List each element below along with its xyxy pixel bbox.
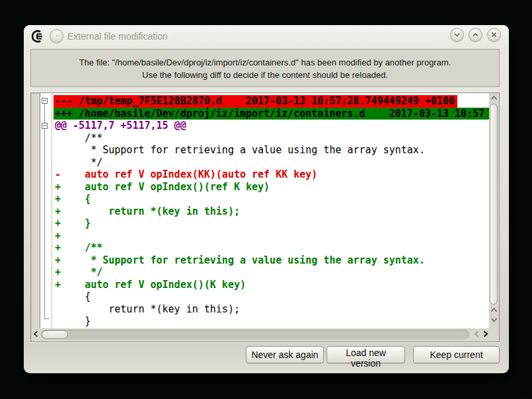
minimize-button[interactable] bbox=[450, 28, 464, 42]
fold-marker-collapse[interactable] bbox=[42, 98, 48, 104]
fold-line bbox=[44, 104, 45, 318]
maximize-button[interactable] bbox=[469, 28, 482, 42]
diff-lines: --- /tmp/temp_7F5E128B2870.d 2017-03-13 … bbox=[54, 95, 489, 328]
diff-line: return *(key in this); bbox=[54, 303, 489, 316]
horizontal-scrollbar-thumb[interactable] bbox=[42, 330, 68, 339]
fold-marker-collapse[interactable] bbox=[42, 123, 48, 129]
close-button[interactable] bbox=[487, 28, 501, 42]
message-line2: Use the following diff to decide if the … bbox=[31, 69, 499, 81]
window-controls bbox=[450, 28, 501, 42]
keep-current-button[interactable]: Keep current bbox=[413, 346, 500, 363]
titlebar-pin-button[interactable] bbox=[50, 29, 63, 43]
diff-line: +++ /home/basile/Dev/dproj/iz/import/iz/… bbox=[54, 108, 489, 120]
diff-editor[interactable]: --- /tmp/temp_7F5E128B2870.d 2017-03-13 … bbox=[40, 93, 489, 328]
diff-line: + */ bbox=[54, 266, 489, 279]
diff-line: } bbox=[54, 315, 489, 328]
chevron-left-icon bbox=[474, 330, 480, 338]
chevron-down-icon bbox=[490, 317, 498, 323]
diff-panel: --- /tmp/temp_7F5E128B2870.d 2017-03-13 … bbox=[30, 92, 500, 342]
diff-line: + * Support for retrieving a value using… bbox=[54, 254, 489, 267]
fold-gutter bbox=[40, 93, 52, 328]
diff-line: + bbox=[54, 230, 489, 242]
vertical-scrollbar[interactable] bbox=[489, 93, 499, 328]
never-ask-again-button[interactable]: Never ask again bbox=[246, 346, 324, 363]
screen: External file modification bbox=[0, 0, 532, 399]
chevron-right-icon bbox=[482, 330, 488, 338]
diff-line: + { bbox=[54, 193, 489, 205]
app-icon bbox=[32, 30, 45, 43]
chevron-up-icon bbox=[472, 31, 479, 38]
close-icon bbox=[490, 31, 498, 38]
window-title: External file modification bbox=[67, 25, 168, 48]
diff-line: + return *(key in this); bbox=[54, 205, 489, 218]
scroll-up-button-secondary[interactable] bbox=[490, 306, 498, 314]
diff-line: + auto ref V opIndex()(ref K key) bbox=[54, 181, 489, 194]
diff-line: --- /tmp/temp_7F5E128B2870.d 2017-03-13 … bbox=[54, 95, 489, 108]
diff-line: - auto ref V opIndex(KK)(auto ref KK key… bbox=[54, 168, 489, 181]
chevron-up-icon bbox=[490, 95, 498, 101]
load-new-version-button[interactable]: Load new version bbox=[326, 346, 405, 363]
diff-line: @@ -5117,7 +5117,15 @@ bbox=[54, 120, 489, 132]
message-panel: The file: "/home/basile/Dev/dproj/iz/imp… bbox=[30, 49, 500, 87]
scroll-down-button[interactable] bbox=[490, 316, 498, 324]
scroll-left-button-secondary[interactable] bbox=[473, 330, 481, 338]
diff-line: */ bbox=[54, 157, 489, 169]
vertical-scrollbar-thumb[interactable] bbox=[490, 104, 498, 305]
diff-line: { bbox=[54, 291, 489, 303]
chevron-down-icon bbox=[453, 31, 461, 38]
scroll-left-button[interactable] bbox=[32, 330, 40, 338]
fold-line-end bbox=[44, 318, 50, 319]
scroll-up-button[interactable] bbox=[490, 94, 498, 102]
chevron-up-icon bbox=[490, 307, 498, 313]
message-line1: The file: "/home/basile/Dev/dproj/iz/imp… bbox=[31, 56, 499, 69]
scroll-right-button[interactable] bbox=[481, 330, 490, 338]
diff-line: + /** bbox=[54, 242, 489, 254]
diff-line: + } bbox=[54, 217, 489, 230]
dialog-window: External file modification bbox=[24, 25, 509, 373]
diff-line: /** bbox=[54, 132, 489, 145]
diff-line: * Support for retrieving a value using t… bbox=[54, 144, 489, 157]
horizontal-scrollbar[interactable] bbox=[41, 330, 469, 340]
chevron-left-icon bbox=[33, 330, 39, 338]
titlebar[interactable]: External file modification bbox=[24, 25, 509, 48]
diff-line: + auto ref V opIndex()(K key) bbox=[54, 279, 489, 291]
